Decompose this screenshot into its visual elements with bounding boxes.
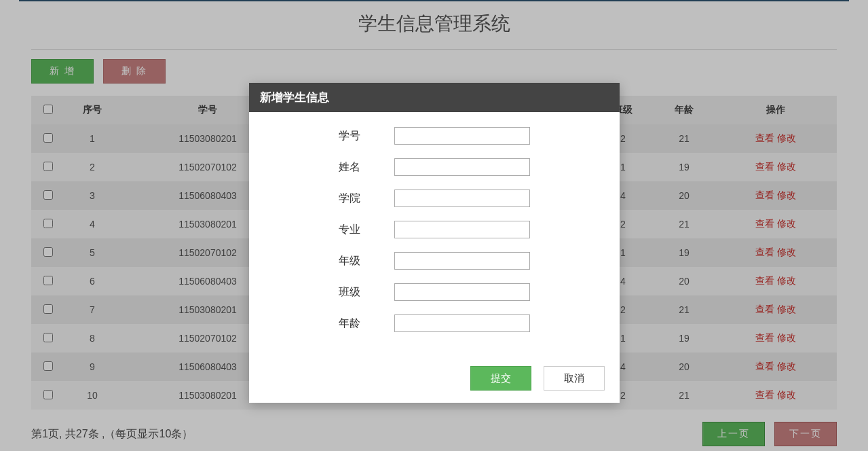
input-major[interactable] [394, 221, 530, 238]
modal-body: 学号 姓名 学院 专业 年级 班级 年龄 [249, 112, 620, 357]
form-row-college: 学院 [272, 190, 597, 207]
label-major: 专业 [339, 223, 386, 237]
input-college[interactable] [394, 190, 530, 207]
form-row-major: 专业 [272, 221, 597, 238]
cancel-button[interactable]: 取消 [544, 366, 605, 391]
form-row-student-id: 学号 [272, 127, 597, 145]
label-grade: 年级 [339, 254, 386, 268]
input-class[interactable] [394, 283, 530, 301]
modal-title: 新增学生信息 [249, 83, 620, 112]
input-grade[interactable] [394, 252, 530, 270]
label-class: 班级 [339, 285, 386, 300]
input-student-id[interactable] [394, 127, 530, 145]
modal-footer: 提交 取消 [249, 357, 620, 403]
add-student-modal: 新增学生信息 学号 姓名 学院 专业 年级 班级 年龄 [249, 83, 620, 403]
form-row-age: 年龄 [272, 314, 597, 332]
submit-button[interactable]: 提交 [470, 366, 531, 391]
label-college: 学院 [339, 192, 386, 206]
label-age: 年龄 [339, 317, 386, 331]
label-student-id: 学号 [339, 129, 386, 143]
form-row-name: 姓名 [272, 158, 597, 176]
input-age[interactable] [394, 314, 530, 332]
form-row-grade: 年级 [272, 252, 597, 270]
form-row-class: 班级 [272, 283, 597, 301]
input-name[interactable] [394, 158, 530, 176]
label-name: 姓名 [339, 160, 386, 175]
